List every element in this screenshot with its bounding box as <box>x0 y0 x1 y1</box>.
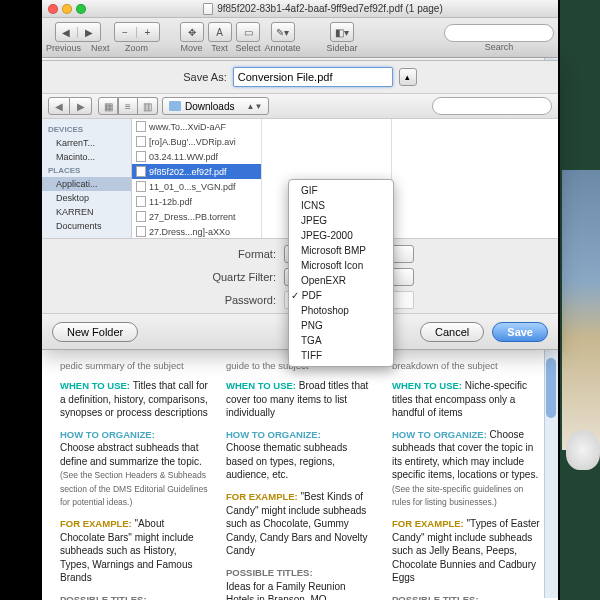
file-name: 03.24.11.WW.pdf <box>149 152 218 162</box>
file-name: 27_Dress...PB.torrent <box>149 212 236 222</box>
format-option[interactable]: OpenEXR <box>289 273 393 288</box>
quartz-filter-label: Quartz Filter: <box>186 271 276 283</box>
new-folder-button[interactable]: New Folder <box>52 322 138 342</box>
document-icon <box>203 3 213 15</box>
col2-pt1: Ideas for a Family Reunion <box>226 581 346 592</box>
format-option[interactable]: PDF <box>289 288 393 303</box>
window-controls <box>48 4 86 14</box>
format-option[interactable]: Photoshop <box>289 303 393 318</box>
file-row[interactable]: 11-12b.pdf <box>132 194 261 209</box>
file-row[interactable]: 27_Dress...PB.torrent <box>132 209 261 224</box>
file-row[interactable]: 27.Dress...ng]-aXXo <box>132 224 261 238</box>
minimize-icon[interactable] <box>62 4 72 14</box>
format-option[interactable]: Microsoft Icon <box>289 258 393 273</box>
file-name: [ro]A.Bug'...VDRip.avi <box>149 137 236 147</box>
col1-pt-h: POSSIBLE TITLES: <box>60 594 147 600</box>
file-column: www.To...XviD-aAF[ro]A.Bug'...VDRip.avi0… <box>132 119 262 238</box>
col3-pt-h: POSSIBLE TITLES: <box>392 594 479 600</box>
page-nav-buttons[interactable]: ◀▶ <box>55 22 101 42</box>
move-tool-button[interactable]: ✥ <box>180 22 204 42</box>
file-name: www.To...XviD-aAF <box>149 122 226 132</box>
col1-how-note: (See the Section Headers & Subheads sect… <box>60 470 207 507</box>
text-label: Text <box>211 43 228 53</box>
page-border-right <box>560 0 600 600</box>
save-button[interactable]: Save <box>492 322 548 342</box>
file-row[interactable]: www.To...XviD-aAF <box>132 119 261 134</box>
photo-shoe <box>566 430 600 470</box>
folder-icon <box>169 101 181 111</box>
location-label: Downloads <box>185 101 234 112</box>
col1-how-h: HOW TO ORGANIZE: <box>60 429 155 440</box>
forward-button[interactable]: ▶ <box>70 97 92 115</box>
format-option[interactable]: JPEG-2000 <box>289 228 393 243</box>
file-row[interactable]: [ro]A.Bug'...VDRip.avi <box>132 134 261 149</box>
annotate-button[interactable]: ✎▾ <box>271 22 295 42</box>
save-sheet: Save As: ▴ ◀▶ ▦≡▥ Downloads ▲▼ DEVICES K… <box>42 60 558 350</box>
scrollbar-thumb[interactable] <box>546 358 556 418</box>
col1-ex-h: FOR EXAMPLE: <box>60 518 132 529</box>
filename-input[interactable] <box>233 67 393 87</box>
sidebar-label: Sidebar <box>327 43 358 53</box>
search-input[interactable] <box>444 24 554 42</box>
browser-search-input[interactable] <box>432 97 552 115</box>
disclosure-button[interactable]: ▴ <box>399 68 417 86</box>
format-option[interactable]: Microsoft BMP <box>289 243 393 258</box>
text-tool-button[interactable]: A <box>208 22 232 42</box>
file-icon <box>136 196 146 207</box>
file-name: 9f85f202...ef92f.pdf <box>149 167 227 177</box>
sidebar-item-device[interactable]: Macinto... <box>42 150 131 164</box>
save-as-label: Save As: <box>183 71 226 83</box>
sidebar-item-device[interactable]: KarrenT... <box>42 136 131 150</box>
window-title: 9f85f202-83b1-4af2-baaf-9ff9ed7ef92f.pdf… <box>217 3 443 14</box>
back-button[interactable]: ◀ <box>48 97 70 115</box>
col2-when-h: WHEN TO USE: <box>226 380 296 391</box>
icon-view-button[interactable]: ▦ <box>98 97 118 115</box>
preview-window: 9f85f202-83b1-4af2-baaf-9ff9ed7ef92f.pdf… <box>42 0 558 600</box>
titlebar: 9f85f202-83b1-4af2-baaf-9ff9ed7ef92f.pdf… <box>42 0 558 18</box>
format-option[interactable]: PNG <box>289 318 393 333</box>
file-name: 11_01_0...s_VGN.pdf <box>149 182 236 192</box>
format-option[interactable]: GIF <box>289 183 393 198</box>
col1-pre: pedic summary of the subject <box>60 360 208 373</box>
file-icon <box>136 151 146 162</box>
zoom-icon[interactable] <box>76 4 86 14</box>
sidebar-button[interactable]: ◧▾ <box>330 22 354 42</box>
zoom-buttons[interactable]: −+ <box>114 22 160 42</box>
select-tool-button[interactable]: ▭ <box>236 22 260 42</box>
format-option[interactable]: TGA <box>289 333 393 348</box>
file-icon <box>136 181 146 192</box>
sidebar-item-applications[interactable]: Applicati... <box>42 177 131 191</box>
photo-fragment <box>562 170 600 450</box>
location-popup[interactable]: Downloads ▲▼ <box>162 97 269 115</box>
file-name: 11-12b.pdf <box>149 197 192 207</box>
file-row[interactable]: 11_01_0...s_VGN.pdf <box>132 179 261 194</box>
format-option[interactable]: ICNS <box>289 198 393 213</box>
sidebar-item-documents[interactable]: Documents <box>42 219 131 233</box>
toolbar: ◀▶ PreviousNext −+ Zoom ✥Move AText ▭Sel… <box>42 18 558 58</box>
file-icon <box>136 226 146 237</box>
column-view-button[interactable]: ▥ <box>138 97 158 115</box>
sidebar-item-desktop[interactable]: Desktop <box>42 191 131 205</box>
format-option[interactable]: TIFF <box>289 348 393 363</box>
annotate-label: Annotate <box>265 43 301 53</box>
devices-header: DEVICES <box>42 123 131 136</box>
col3-pre: breakdown of the subject <box>392 360 540 373</box>
close-icon[interactable] <box>48 4 58 14</box>
browser-sidebar: DEVICES KarrenT... Macinto... PLACES App… <box>42 119 132 238</box>
search-label: Search <box>485 42 514 52</box>
col2-ex-h: FOR EXAMPLE: <box>226 491 298 502</box>
format-label: Format: <box>186 248 276 260</box>
file-icon <box>136 166 146 177</box>
col2-how-h: HOW TO ORGANIZE: <box>226 429 321 440</box>
list-view-button[interactable]: ≡ <box>118 97 138 115</box>
cancel-button[interactable]: Cancel <box>420 322 484 342</box>
next-label: Next <box>91 43 110 53</box>
format-option[interactable]: JPEG <box>289 213 393 228</box>
col2-pt2: Hotels in Branson, MO <box>226 594 327 600</box>
file-row[interactable]: 03.24.11.WW.pdf <box>132 149 261 164</box>
sidebar-item-user[interactable]: KARREN <box>42 205 131 219</box>
zoom-label: Zoom <box>125 43 148 53</box>
file-row[interactable]: 9f85f202...ef92f.pdf <box>132 164 261 179</box>
document-content: pedic summary of the subject WHEN TO USE… <box>42 350 558 600</box>
chevron-updown-icon: ▲▼ <box>246 102 262 111</box>
